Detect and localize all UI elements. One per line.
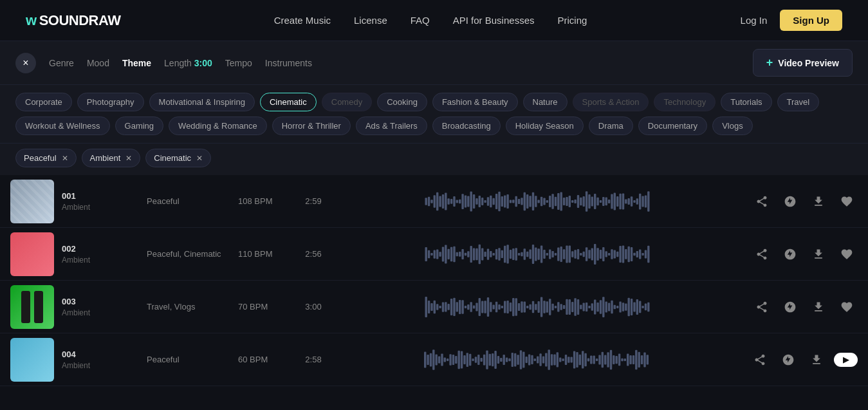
svg-rect-155 — [636, 251, 638, 257]
login-button[interactable]: Log In — [741, 15, 768, 26]
svg-rect-15 — [467, 196, 469, 207]
play-bubble-button[interactable]: ▶ — [834, 353, 858, 367]
theme-tag-wedding---romance[interactable]: Wedding & Romance — [169, 116, 267, 135]
share-button[interactable] — [749, 349, 771, 371]
svg-rect-17 — [473, 194, 475, 208]
theme-tag-technology[interactable]: Technology — [654, 93, 716, 111]
waveform-container[interactable] — [337, 294, 738, 320]
mood-filter[interactable]: Mood — [87, 58, 109, 68]
svg-rect-214 — [577, 299, 579, 315]
track-bpm: 110 BPM — [238, 249, 290, 259]
theme-tag-sports---action[interactable]: Sports & Action — [573, 93, 649, 111]
download-button[interactable] — [808, 296, 829, 318]
download-button[interactable] — [808, 243, 829, 265]
svg-rect-54 — [577, 195, 579, 208]
block-button[interactable] — [779, 243, 801, 265]
svg-rect-137 — [586, 247, 587, 261]
genre-filter[interactable]: Genre — [49, 58, 74, 68]
theme-tag-tutorials[interactable]: Tutorials — [721, 93, 771, 111]
track-row[interactable]: 004 Ambient Peaceful 60 BPM 2:58 ▶ — [0, 333, 868, 386]
svg-rect-117 — [529, 249, 531, 259]
svg-rect-314 — [633, 355, 634, 364]
theme-tag-fashion---beauty[interactable]: Fashion & Beauty — [432, 93, 518, 111]
heart-button[interactable] — [836, 296, 858, 318]
svg-rect-283 — [545, 353, 547, 366]
share-button[interactable] — [751, 296, 773, 318]
svg-rect-310 — [621, 358, 623, 360]
theme-tag-horror---thriller[interactable]: Horror & Thriller — [272, 116, 351, 135]
svg-rect-123 — [546, 253, 548, 256]
theme-tag-vlogs[interactable]: Vlogs — [712, 116, 753, 135]
theme-tag-travel[interactable]: Travel — [777, 93, 820, 111]
nav-faq[interactable]: FAQ — [411, 15, 430, 26]
share-button[interactable] — [751, 243, 773, 265]
heart-button[interactable] — [836, 243, 858, 265]
svg-rect-34 — [521, 198, 522, 205]
svg-rect-207 — [557, 302, 559, 312]
svg-rect-170 — [453, 297, 455, 315]
block-button[interactable] — [779, 191, 801, 212]
svg-rect-277 — [528, 354, 530, 365]
waveform-container[interactable] — [337, 189, 738, 214]
instruments-filter[interactable]: Instruments — [265, 58, 312, 68]
remove-tag-button[interactable]: ✕ — [196, 154, 203, 163]
signup-button[interactable]: Sign Up — [780, 10, 842, 31]
track-thumbnail — [10, 232, 54, 276]
share-button[interactable] — [751, 191, 773, 212]
remove-tag-button[interactable]: ✕ — [62, 154, 68, 163]
download-button[interactable] — [806, 349, 827, 371]
waveform-container[interactable] — [337, 347, 736, 373]
waveform[interactable] — [337, 191, 738, 212]
svg-rect-309 — [618, 353, 620, 366]
nav-create-music[interactable]: Create Music — [274, 15, 331, 26]
theme-tag-ads---trailers[interactable]: Ads & Trailers — [356, 116, 427, 135]
heart-button[interactable] — [836, 191, 858, 212]
theme-tag-gaming[interactable]: Gaming — [115, 116, 164, 135]
theme-tag-motivational---inspiring[interactable]: Motivational & Inspiring — [149, 93, 255, 111]
close-filter-button[interactable]: × — [15, 53, 36, 73]
download-button[interactable] — [808, 191, 829, 212]
block-button[interactable] — [779, 296, 801, 318]
svg-rect-80 — [425, 247, 427, 261]
theme-tag-workout---wellness[interactable]: Workout & Wellness — [15, 116, 110, 135]
theme-tag-photography[interactable]: Photography — [77, 93, 144, 111]
theme-filter[interactable]: Theme — [122, 58, 151, 68]
svg-rect-108 — [504, 245, 506, 262]
track-row[interactable]: 002 Ambient Peaceful, Cinematic 110 BPM … — [0, 228, 868, 281]
theme-tag-nature[interactable]: Nature — [523, 93, 568, 111]
track-number: 004 — [62, 349, 139, 359]
video-preview-button[interactable]: + Video Preview — [753, 49, 853, 77]
waveform[interactable] — [337, 244, 738, 265]
theme-tag-corporate[interactable]: Corporate — [15, 93, 72, 111]
svg-rect-84 — [436, 249, 438, 259]
svg-rect-196 — [526, 306, 528, 308]
svg-rect-162 — [430, 303, 432, 311]
theme-tag-broadcasting[interactable]: Broadcasting — [432, 116, 501, 135]
svg-rect-316 — [638, 351, 640, 367]
track-row[interactable]: 001 Ambient Peaceful 108 BPM 2:59 — [0, 175, 868, 228]
tempo-filter[interactable]: Tempo — [225, 58, 252, 68]
nav-pricing[interactable]: Pricing — [557, 15, 587, 26]
waveform[interactable] — [337, 297, 738, 317]
logo[interactable]: w SOUNDRAW — [26, 12, 120, 29]
theme-tag-comedy[interactable]: Comedy — [322, 93, 372, 111]
svg-rect-189 — [506, 300, 508, 313]
theme-tag-drama[interactable]: Drama — [589, 116, 633, 135]
theme-tag-holiday-season[interactable]: Holiday Season — [506, 116, 584, 135]
svg-rect-121 — [540, 245, 542, 263]
waveform-container[interactable] — [337, 241, 738, 267]
theme-tag-cooking[interactable]: Cooking — [377, 93, 427, 111]
svg-rect-156 — [639, 249, 641, 259]
svg-rect-286 — [553, 354, 555, 365]
nav-api[interactable]: API for Businesses — [453, 15, 535, 26]
svg-rect-79 — [647, 191, 649, 212]
svg-rect-301 — [596, 359, 598, 361]
waveform[interactable] — [337, 349, 736, 370]
remove-tag-button[interactable]: ✕ — [125, 154, 132, 163]
theme-tag-cinematic[interactable]: Cinematic — [260, 93, 317, 111]
theme-tag-documentary[interactable]: Documentary — [638, 116, 707, 135]
track-row[interactable]: 003 Ambient Travel, Vlogs 70 BPM 3:00 — [0, 281, 868, 333]
block-button[interactable] — [777, 349, 799, 371]
length-filter[interactable]: Length 3:00 — [164, 58, 212, 68]
nav-license[interactable]: License — [354, 15, 387, 26]
